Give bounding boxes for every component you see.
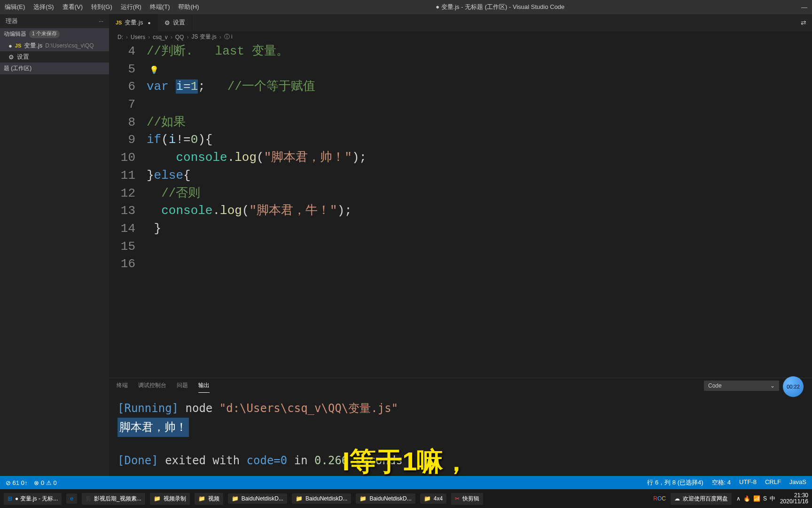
status-cursor[interactable]: 行 6，列 8 (已选择4) xyxy=(647,478,703,487)
breadcrumb-seg[interactable]: ⓘ i xyxy=(224,33,233,41)
menu-help[interactable]: 帮助(H) xyxy=(178,3,199,11)
menu-edit[interactable]: 编辑(E) xyxy=(5,3,25,11)
tray-icon[interactable]: 🔥 xyxy=(743,495,750,502)
chevron-down-icon: ⌄ xyxy=(770,382,775,389)
output-running-tag: [Running] xyxy=(117,402,179,415)
gear-icon: ⚙ xyxy=(8,54,14,61)
editor-area: JS 变量.js ⚙ 设置 ⇄ D:› Users› csq_v› QQ› JS… xyxy=(109,14,812,476)
sidebar-section-workspace[interactable]: 题 (工作区) xyxy=(0,63,109,74)
tab-label: 设置 xyxy=(173,18,185,27)
output-result: 脚本君，帅！ xyxy=(117,418,189,437)
status-sync[interactable]: ⊘ 61 0↑ xyxy=(6,479,27,486)
panel-tab-debug[interactable]: 调试控制台 xyxy=(138,379,166,392)
breadcrumb-seg[interactable]: QQ xyxy=(175,34,184,40)
minimize-icon[interactable]: — xyxy=(801,4,807,11)
recording-timer[interactable]: 00:22 xyxy=(783,376,804,397)
breadcrumb-seg[interactable]: csq_v xyxy=(153,34,167,40)
menu-terminal[interactable]: 终端(T) xyxy=(150,3,170,11)
sidebar-item-path: D:\Users\csq_v\QQ xyxy=(45,42,94,49)
unsaved-count: 1 个未保存 xyxy=(29,30,60,38)
taskbar-item[interactable]: 📁视频 xyxy=(195,493,223,505)
sidebar-section-editors[interactable]: 动编辑器 1 个未保存 xyxy=(0,28,109,40)
taskbar-item[interactable]: ✂快剪辑 xyxy=(451,493,483,505)
sidebar: 理器 ··· 动编辑器 1 个未保存 ● JS 变量.js D:\Users\c… xyxy=(0,14,109,476)
window-controls: — xyxy=(801,4,807,11)
modified-dot: ● xyxy=(8,42,12,49)
breadcrumb-seg[interactable]: Users xyxy=(131,34,145,40)
output-done-tag: [Done] xyxy=(117,454,158,467)
window-title: ● 变量.js - 无标题 (工作区) - Visual Studio Code xyxy=(436,3,564,11)
taskbar-item[interactable]: 剪影视后期_视频素... xyxy=(82,493,145,505)
status-encoding[interactable]: UTF-8 xyxy=(739,478,757,487)
taskbar-item-icon: e xyxy=(70,495,73,502)
panel-tab-problems[interactable]: 问题 xyxy=(177,379,188,392)
tabs: JS 变量.js ⚙ 设置 ⇄ xyxy=(109,14,812,31)
tray-icon[interactable]: 📶 xyxy=(753,495,760,502)
tab-file[interactable]: JS 变量.js xyxy=(109,14,158,31)
menu-run[interactable]: 运行(R) xyxy=(121,3,141,11)
status-errors[interactable]: ⊗ 0 ⚠ 0 xyxy=(34,479,56,486)
status-language[interactable]: JavaS xyxy=(789,478,806,487)
taskbar-item-icon: 📁 xyxy=(424,495,431,502)
taskbar-item-icon: 📁 xyxy=(296,495,303,502)
compare-icon[interactable]: ⇄ xyxy=(801,19,806,26)
sidebar-item-label: 变量.js xyxy=(24,41,42,50)
tray-icon[interactable]: S xyxy=(763,495,767,502)
taskbar-item[interactable]: 📁BaiduNetdiskD... xyxy=(356,493,415,504)
taskbar-item[interactable]: 📁4x4 xyxy=(420,493,446,504)
taskbar-item-icon: 📁 xyxy=(154,495,161,502)
menu-select[interactable]: 选择(S) xyxy=(33,3,54,11)
tab-label: 变量.js xyxy=(125,18,143,27)
sidebar-item-file[interactable]: ● JS 变量.js D:\Users\csq_v\QQ xyxy=(0,40,109,51)
breadcrumb-seg[interactable]: JS 变量.js xyxy=(191,33,216,41)
taskbar-item[interactable]: ⊞● 变量.js - 无标... xyxy=(4,493,62,505)
taskbar-item-icon: ⊞ xyxy=(8,495,12,502)
taskbar-item[interactable]: 📁BaiduNetdiskD... xyxy=(292,493,351,504)
sidebar-more-icon[interactable]: ··· xyxy=(99,18,103,24)
gear-icon: ⚙ xyxy=(164,19,170,26)
panel-tab-terminal[interactable]: 终端 xyxy=(117,379,128,392)
titlebar: 编辑(E) 选择(S) 查看(V) 转到(G) 运行(R) 终端(T) 帮助(H… xyxy=(0,0,812,14)
taskbar-item-icon: 📁 xyxy=(359,495,367,502)
subtitle-overlay: I等于1嘛， xyxy=(343,444,470,480)
sidebar-item-label: 设置 xyxy=(17,53,29,61)
taskbar-item[interactable]: 📁BaiduNetdiskD... xyxy=(228,493,287,504)
breadcrumb-seg[interactable]: D: xyxy=(117,34,123,40)
status-indent[interactable]: 空格: 4 xyxy=(712,478,731,487)
tab-settings[interactable]: ⚙ 设置 xyxy=(158,14,192,31)
breadcrumbs[interactable]: D:› Users› csq_v› QQ› JS 变量.js› ⓘ i xyxy=(109,31,812,43)
output-channel-select[interactable]: Code⌄ xyxy=(704,381,779,391)
menu-goto[interactable]: 转到(G) xyxy=(91,3,112,11)
taskbar-clock[interactable]: 21:302020/11/16 xyxy=(780,492,808,505)
system-tray[interactable]: ∧🔥📶S中 xyxy=(736,495,775,503)
taskbar-rocket[interactable]: ROC xyxy=(653,495,666,502)
sidebar-item-settings[interactable]: ⚙ 设置 xyxy=(0,51,109,63)
taskbar: ⊞● 变量.js - 无标...e剪影视后期_视频素...📁视频录制📁视频📁Ba… xyxy=(0,489,812,508)
sidebar-title: 理器 xyxy=(6,17,18,25)
js-file-icon: JS xyxy=(15,43,21,48)
taskbar-item-icon: ✂ xyxy=(455,495,460,502)
menubar: 编辑(E) 选择(S) 查看(V) 转到(G) 运行(R) 终端(T) 帮助(H… xyxy=(5,3,199,11)
taskbar-item[interactable]: 📁视频录制 xyxy=(150,493,190,505)
taskbar-item-icon: 📁 xyxy=(232,495,239,502)
tray-icon[interactable]: ∧ xyxy=(736,495,741,502)
code-editor[interactable]: 4//判断. last 变量。5💡6var i=1; //一个等于赋值78//如… xyxy=(109,43,812,378)
js-file-icon: JS xyxy=(116,20,122,25)
taskbar-welcome[interactable]: ☁欢迎使用百度网盘 xyxy=(671,493,732,505)
tray-icon[interactable]: 中 xyxy=(770,495,775,503)
lightbulb-icon[interactable]: 💡 xyxy=(149,66,159,75)
panel-tab-output[interactable]: 输出 xyxy=(198,379,210,393)
taskbar-item-icon: 📁 xyxy=(198,495,205,502)
taskbar-item-icon: 剪 xyxy=(86,495,91,503)
taskbar-item[interactable]: e xyxy=(66,493,77,504)
menu-view[interactable]: 查看(V) xyxy=(62,3,83,11)
status-eol[interactable]: CRLF xyxy=(765,478,781,487)
